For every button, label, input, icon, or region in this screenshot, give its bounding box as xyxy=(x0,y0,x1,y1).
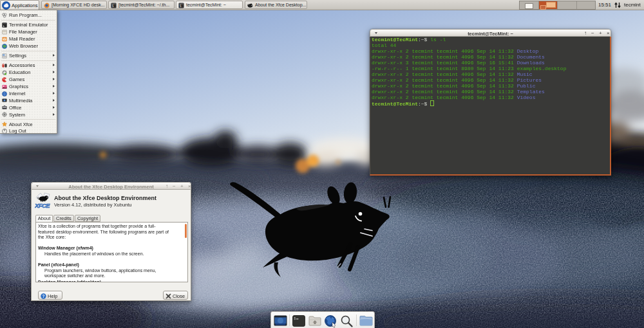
svg-text:$: $ xyxy=(180,5,182,8)
svg-text:?: ? xyxy=(42,293,44,298)
svg-text:$: $ xyxy=(294,316,296,320)
svg-text:$: $ xyxy=(112,5,114,8)
svg-text:XFCE: XFCE xyxy=(35,202,50,209)
